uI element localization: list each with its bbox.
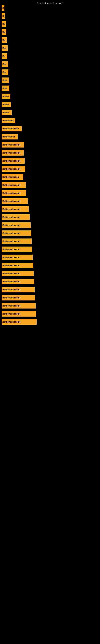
- bar: Bottleneck result: [1, 319, 37, 324]
- bar-label: B: [2, 15, 4, 17]
- bar-row: Bottleneck result: [1, 205, 100, 213]
- bar-row: Bottleneck result: [1, 262, 100, 269]
- bar: Bot: [1, 45, 8, 51]
- bar-label: Bot: [2, 71, 6, 74]
- bar-row: Bottleneck result: [1, 246, 100, 253]
- bar-row: Bottle: [1, 92, 100, 100]
- bar: B: [1, 5, 4, 11]
- bar-label: Bottleneck result: [2, 280, 20, 283]
- bar-label: Bottleneck result: [2, 296, 20, 299]
- bar-row: B: [1, 4, 100, 12]
- bar: Bottle: [1, 110, 12, 115]
- bar: Bottleneck result: [1, 214, 30, 220]
- bar-row: B: [1, 12, 100, 20]
- bar-row: Bottleneck result: [1, 270, 100, 277]
- bar-label: Bottleneck result: [2, 168, 20, 170]
- bar: Bo: [1, 53, 7, 59]
- bar-row: Bottleneck result: [1, 302, 100, 310]
- bar: Bottleneck result: [1, 303, 36, 308]
- bar: Bottle: [1, 94, 10, 99]
- bars-container: BBBoBoBoBotBoBotBotBottBottBottleBottleB…: [0, 4, 100, 326]
- bar-row: Bo: [1, 52, 100, 60]
- bar: Bottleneck result: [1, 190, 26, 196]
- bar: Bottleneck result: [1, 287, 35, 292]
- bar-row: Bottleneck r: [1, 133, 100, 140]
- bar: Bottleneck result: [1, 158, 25, 164]
- bar: Bottleneck result: [1, 182, 26, 188]
- bar: Bo: [1, 21, 6, 27]
- bar: Bo: [1, 29, 6, 35]
- bar-label: Bottleneck result: [2, 208, 20, 210]
- bar-label: Bottleneck result: [2, 232, 20, 234]
- bar-row: Bo: [1, 36, 100, 44]
- bar-row: Bo: [1, 20, 100, 28]
- bar-row: Bottleneck result: [1, 254, 100, 261]
- bar-label: Bott: [2, 87, 7, 90]
- bar: Bott: [1, 78, 9, 83]
- bar: Bottleneck: [1, 118, 15, 123]
- bar: Bo: [1, 37, 7, 43]
- bar-label: Bottleneck result: [2, 312, 20, 315]
- bar-label: B: [2, 7, 4, 9]
- bar-label: Bottleneck result: [2, 144, 20, 146]
- bar-row: Bottleneck result: [1, 318, 100, 326]
- bar: Bottleneck result: [1, 263, 33, 268]
- bar: Bottleneck result: [1, 166, 25, 172]
- bar-label: Bottleneck resu: [2, 128, 19, 130]
- bar-row: Bottleneck result: [1, 310, 100, 318]
- bar: Bott: [1, 86, 9, 91]
- bar: Bot: [1, 70, 8, 75]
- bar: Bottleneck result: [1, 246, 32, 252]
- bar-label: Bottleneck result: [2, 240, 20, 242]
- bar: Bottleneck result: [1, 150, 24, 156]
- bar: Bottleneck result: [1, 142, 24, 148]
- bar-row: Bottleneck result: [1, 230, 100, 237]
- bar-row: Bottleneck: [1, 117, 100, 124]
- bar-label: Bottleneck result: [2, 216, 20, 218]
- bar: Bottleneck result: [1, 198, 28, 204]
- bar: Bottleneck resu: [1, 174, 23, 180]
- bar: Bottleneck result: [1, 279, 34, 284]
- bar: Bottleneck result: [1, 254, 33, 260]
- bar-label: Bo: [2, 31, 5, 33]
- bar-row: Bottleneck result: [1, 149, 100, 156]
- bar: Bottle: [1, 102, 11, 107]
- bar-label: Bottleneck result: [2, 192, 20, 194]
- bar-label: Bottleneck r: [2, 136, 15, 138]
- bar-row: Bottleneck resu: [1, 125, 100, 132]
- bar-label: Bottleneck result: [2, 272, 20, 275]
- bar-label: Bottleneck result: [2, 304, 20, 307]
- bar: Bottleneck r: [1, 134, 18, 140]
- bar-row: Bot: [1, 68, 100, 76]
- bar-label: Bottle: [2, 103, 9, 106]
- bar-row: Bottleneck result: [1, 238, 100, 245]
- bar-row: Bott: [1, 84, 100, 92]
- bar-label: Bottleneck result: [2, 200, 20, 202]
- bar-row: Bottle: [1, 100, 100, 108]
- bar-row: Bot: [1, 60, 100, 68]
- bar-label: Bottleneck result: [2, 288, 20, 291]
- bar-label: Bottleneck result: [2, 224, 20, 226]
- bar-row: Bott: [1, 76, 100, 84]
- bar-row: Bottleneck result: [1, 157, 100, 164]
- bar-row: Bottleneck resu: [1, 173, 100, 181]
- bar-row: Bottleneck result: [1, 278, 100, 285]
- bar-label: Bo: [2, 39, 5, 41]
- bar-label: Bottleneck result: [2, 320, 20, 323]
- bar-row: Bottleneck result: [1, 197, 100, 205]
- bar-label: Bott: [2, 79, 7, 82]
- bar-label: Bo: [2, 23, 5, 25]
- bar-label: Bottle: [2, 111, 9, 114]
- bar-row: Bottleneck result: [1, 213, 100, 221]
- bar-row: Bottleneck result: [1, 181, 100, 189]
- bar-label: Bottleneck result: [2, 256, 20, 258]
- bar-label: Bottleneck result: [2, 184, 20, 186]
- bar: Bot: [1, 62, 8, 67]
- bar-row: Bottle: [1, 109, 100, 116]
- bar-label: Bottleneck resu: [2, 176, 19, 178]
- bar: Bottleneck result: [1, 230, 31, 236]
- bar: Bottleneck result: [1, 295, 35, 300]
- bar-row: Bottleneck result: [1, 286, 100, 294]
- bar-row: Bottleneck result: [1, 189, 100, 197]
- bar-label: Bottleneck result: [2, 264, 20, 267]
